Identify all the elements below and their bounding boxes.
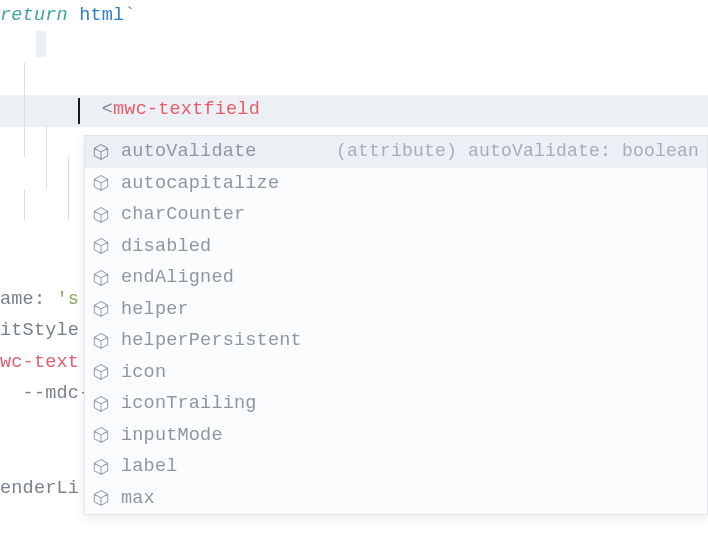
autocomplete-item[interactable]: disabled	[85, 231, 707, 263]
autocomplete-label: disabled	[121, 231, 211, 262]
autocomplete-label: label	[121, 451, 178, 482]
autocomplete-label: icon	[121, 357, 166, 388]
autocomplete-item-selected[interactable]: autoValidate (attribute) autoValidate: b…	[85, 136, 707, 168]
autocomplete-label: helper	[121, 294, 189, 325]
autocomplete-popup[interactable]: autoValidate (attribute) autoValidate: b…	[84, 135, 708, 515]
template-backtick: `	[124, 5, 135, 26]
autocomplete-item[interactable]: iconTrailing	[85, 388, 707, 420]
autocomplete-label: autoValidate	[121, 136, 257, 167]
field-icon	[91, 425, 111, 445]
partial-text: --mdc-	[0, 383, 90, 404]
autocomplete-label: inputMode	[121, 420, 223, 451]
autocomplete-item[interactable]: max	[85, 483, 707, 515]
autocomplete-item[interactable]: autocapitalize	[85, 168, 707, 200]
autocomplete-item[interactable]: inputMode	[85, 420, 707, 452]
field-icon	[91, 362, 111, 382]
field-icon	[91, 142, 111, 162]
autocomplete-label: charCounter	[121, 199, 245, 230]
partial-text: itStyle	[0, 320, 79, 341]
string-literal: 's	[45, 289, 79, 310]
field-icon	[91, 331, 111, 351]
code-line-active[interactable]	[0, 95, 708, 127]
partial-text: wc-text	[0, 352, 79, 373]
autocomplete-item[interactable]: endAligned	[85, 262, 707, 294]
autocomplete-item[interactable]: charCounter	[85, 199, 707, 231]
tag-function-html: html	[79, 5, 124, 26]
field-icon	[91, 394, 111, 414]
autocomplete-item[interactable]: label	[85, 451, 707, 483]
partial-text: enderLi	[0, 478, 79, 499]
code-line[interactable]: <mwc-textfield	[0, 32, 708, 64]
autocomplete-item[interactable]: icon	[85, 357, 707, 389]
keyword-return: return	[0, 5, 68, 26]
code-line[interactable]: ?outlined=${true}	[0, 63, 708, 95]
text-cursor	[78, 98, 80, 124]
autocomplete-signature-hint: (attribute) autoValidate: boolean	[312, 136, 699, 167]
code-editor[interactable]: return html` <mwc-textfield ?outlined=${…	[0, 0, 708, 504]
autocomplete-label: autocapitalize	[121, 168, 279, 199]
field-icon	[91, 488, 111, 508]
partial-text: ame:	[0, 289, 45, 310]
field-icon	[91, 299, 111, 319]
code-line[interactable]: return html`	[0, 0, 708, 32]
autocomplete-label: helperPersistent	[121, 325, 302, 356]
field-icon	[91, 457, 111, 477]
field-icon	[91, 205, 111, 225]
autocomplete-label: max	[121, 483, 155, 514]
autocomplete-label: endAligned	[121, 262, 234, 293]
field-icon	[91, 173, 111, 193]
autocomplete-item[interactable]: helper	[85, 294, 707, 326]
autocomplete-label: iconTrailing	[121, 388, 257, 419]
field-icon	[91, 236, 111, 256]
autocomplete-item[interactable]: helperPersistent	[85, 325, 707, 357]
field-icon	[91, 268, 111, 288]
